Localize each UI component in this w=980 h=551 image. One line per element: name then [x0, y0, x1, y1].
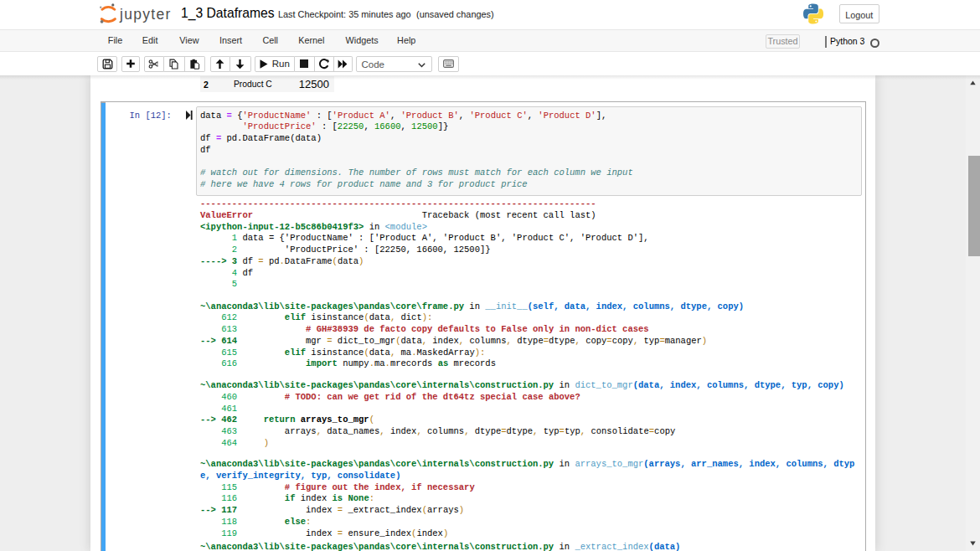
svg-text:jupyter: jupyter — [119, 6, 172, 23]
